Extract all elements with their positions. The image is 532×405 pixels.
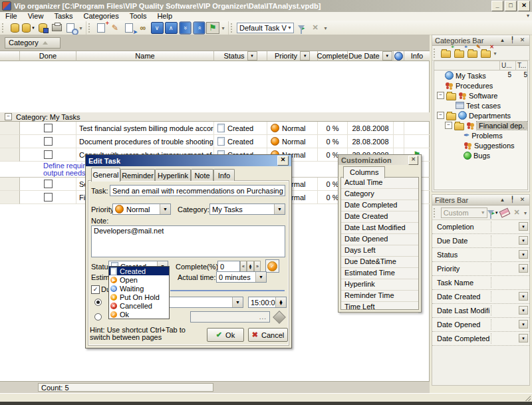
- minimize-button[interactable]: _: [491, 1, 503, 11]
- tree-item-procedures[interactable]: Procedures: [434, 80, 527, 90]
- chevron-down-icon[interactable]: ▼: [519, 292, 528, 301]
- filter-row-date-opened[interactable]: Date Opened▼: [432, 318, 529, 332]
- move-down-button[interactable]: ∨: [150, 22, 164, 34]
- tab-note[interactable]: Note: [191, 169, 213, 181]
- due-checkbox[interactable]: ✓: [91, 285, 100, 294]
- filter-row-task-name[interactable]: Task Name: [432, 276, 529, 290]
- delete-filter-button[interactable]: ✕: [511, 207, 523, 219]
- ok-button[interactable]: ✔ Ok: [207, 328, 244, 342]
- tab-columns[interactable]: Columns: [343, 166, 385, 178]
- done-checkbox[interactable]: [44, 150, 53, 159]
- due-custom-radio[interactable]: [94, 313, 102, 321]
- dropdown-option-cancelled[interactable]: ✕Cancelled: [109, 301, 169, 310]
- chevron-down-icon[interactable]: ▼: [519, 320, 528, 329]
- dropdown-option-open[interactable]: ▶Open: [109, 275, 169, 284]
- filter-row-priority[interactable]: Priority▼: [432, 262, 529, 276]
- tree-item-test-cases[interactable]: Test cases: [434, 100, 527, 110]
- spin-max-button[interactable]: »: [254, 261, 261, 272]
- collapse-icon[interactable]: ▴: [498, 196, 507, 204]
- resize-grip[interactable]: [525, 395, 531, 401]
- spin-updown-button[interactable]: ▲▼: [247, 261, 254, 272]
- collapse-icon[interactable]: −: [437, 112, 444, 119]
- col-uncompleted[interactable]: U...: [499, 61, 515, 70]
- header-due-date[interactable]: Due Date▼: [348, 51, 394, 61]
- header-done[interactable]: Done: [20, 51, 76, 61]
- delete-view-button[interactable]: ✕: [309, 22, 322, 34]
- apply-view-button[interactable]: ▸: [295, 22, 308, 34]
- toolbar-overflow-icon[interactable]: ▾: [78, 23, 84, 33]
- close-icon[interactable]: ✕: [408, 156, 418, 165]
- toolbar-overflow-icon[interactable]: ▾: [523, 207, 528, 218]
- open-database-button[interactable]: ▼: [22, 22, 35, 34]
- delete-category-button[interactable]: ✕: [479, 47, 492, 59]
- done-checkbox[interactable]: [44, 137, 53, 146]
- chevron-down-icon[interactable]: ▼: [519, 264, 528, 273]
- filter-row-status[interactable]: Status▼: [432, 248, 529, 262]
- list-item[interactable]: Actual Time: [341, 178, 418, 189]
- print-preview-button[interactable]: [64, 22, 77, 34]
- list-item[interactable]: Date Created: [341, 211, 418, 223]
- complete-timer-button[interactable]: ✓: [265, 259, 279, 273]
- dropdown-option-created[interactable]: Created: [109, 267, 169, 275]
- assign-task-button[interactable]: ➤: [122, 22, 136, 34]
- header-info[interactable]: Info: [404, 51, 430, 61]
- flag-button[interactable]: ⚑: [206, 22, 219, 34]
- toolbar-overflow-icon[interactable]: ▾: [323, 23, 329, 33]
- filter-row-date-completed[interactable]: Date Completed▼: [432, 332, 529, 346]
- tab-hyperlink[interactable]: Hyperlink: [155, 169, 191, 181]
- table-row[interactable]: Document procedures of trouble shooting …: [0, 135, 430, 148]
- col-total[interactable]: T...: [515, 61, 530, 70]
- priority-filter-icon[interactable]: ▼: [300, 51, 310, 61]
- done-checkbox[interactable]: [44, 193, 53, 202]
- collapse-icon[interactable]: −: [437, 92, 444, 99]
- close-button[interactable]: ✕: [518, 1, 530, 11]
- menu-tools[interactable]: Tools: [124, 12, 152, 21]
- menu-file[interactable]: File: [0, 12, 23, 21]
- list-item[interactable]: Category: [341, 189, 418, 200]
- chevron-down-icon[interactable]: ▼: [519, 222, 528, 231]
- due-custom-input[interactable]: ...: [190, 311, 270, 323]
- chevron-down-icon[interactable]: ▼: [519, 236, 528, 245]
- tab-reminder[interactable]: Reminder: [120, 169, 155, 181]
- header-complete[interactable]: Complete: [318, 51, 348, 61]
- filter-row-date-last-modified[interactable]: Date Last Modifi▼: [432, 304, 529, 318]
- complete-input[interactable]: 0: [217, 261, 240, 272]
- group-by-category-button[interactable]: Category: [5, 37, 61, 49]
- filter-row-completion[interactable]: Completion▼: [432, 220, 529, 234]
- toolbar-overflow-icon[interactable]: ▾: [220, 23, 226, 33]
- menu-help[interactable]: Help: [152, 12, 178, 21]
- collapse-icon[interactable]: −: [445, 122, 452, 129]
- collapse-icon[interactable]: ▴: [498, 37, 507, 45]
- save-database-button[interactable]: [36, 22, 49, 34]
- dropdown-option-put-on-hold[interactable]: ‖Put On Hold: [109, 293, 169, 301]
- menu-tasks[interactable]: Tasks: [49, 12, 78, 21]
- spin-min-button[interactable]: «: [240, 261, 247, 272]
- time-spinner[interactable]: ▲▼: [275, 297, 286, 307]
- menu-categories[interactable]: Categories: [78, 12, 124, 21]
- filter-preset-combo[interactable]: Custom▼: [441, 207, 487, 218]
- due-date-filter-icon[interactable]: ▼: [382, 51, 392, 61]
- tab-info[interactable]: Info: [213, 169, 235, 181]
- list-item[interactable]: Days Left: [341, 245, 418, 257]
- list-item[interactable]: Due Date&Time: [341, 257, 418, 268]
- header-priority[interactable]: Priority▼: [267, 51, 318, 61]
- table-row[interactable]: Test financial system billing module acc…: [0, 122, 430, 135]
- save-filter-button[interactable]: ▸▼: [487, 207, 499, 219]
- filter-row-date-created[interactable]: Date Created▼: [432, 290, 529, 304]
- dropdown-option-waiting[interactable]: ◷Waiting: [109, 284, 169, 293]
- list-item[interactable]: Date Completed: [341, 200, 418, 211]
- edit-task-button[interactable]: ✎: [108, 22, 122, 34]
- priority-combo[interactable]: Normal ▼: [112, 203, 171, 215]
- header-sort[interactable]: [394, 51, 404, 61]
- due-datetime-radio[interactable]: [94, 299, 102, 306]
- search-button[interactable]: ∞: [136, 22, 150, 34]
- tree-item-bugs[interactable]: Bugs: [434, 150, 527, 160]
- collapse-icon[interactable]: −: [5, 113, 12, 120]
- pin-icon[interactable]: ╿: [508, 196, 517, 204]
- task-input[interactable]: Send an email with recommendations on Pu…: [110, 185, 285, 196]
- menu-view[interactable]: View: [23, 12, 49, 21]
- list-item[interactable]: Time Left: [341, 302, 418, 313]
- tree-item-financial-dep[interactable]: − Financial dep.: [434, 120, 527, 130]
- move-up-button[interactable]: ∧: [164, 22, 178, 34]
- add-category-button[interactable]: +: [439, 47, 452, 59]
